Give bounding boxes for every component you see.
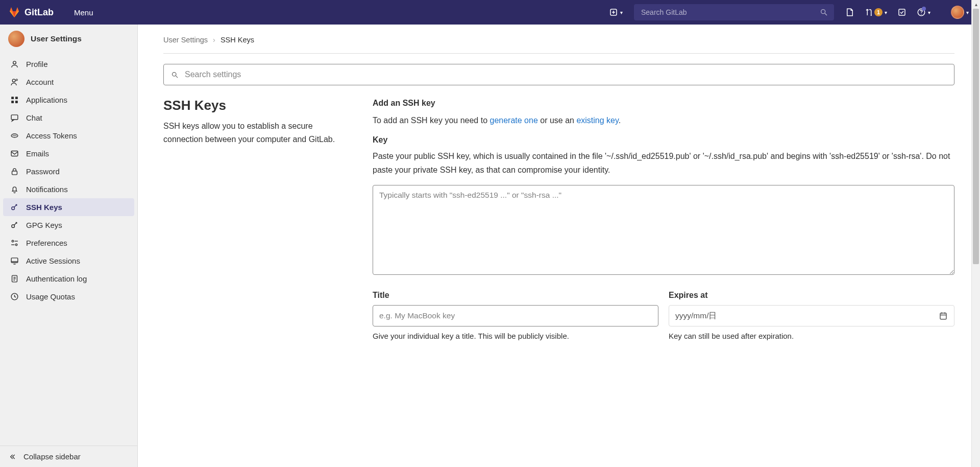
lock-icon [10,167,19,176]
mr-badge: 1 [874,8,883,16]
monitor-icon [10,256,19,265]
chevron-down-icon: ▾ [928,10,930,15]
page-subtitle: SSH keys allow you to establish a secure… [163,120,352,146]
breadcrumb: User Settings › SSH Keys [163,35,954,54]
intro-text: To add an SSH key you need to [373,116,489,125]
expires-input[interactable]: yyyy/mm/日 [669,305,954,326]
intro-text: . [619,116,621,125]
sidebar-item-label: Notifications [26,185,68,194]
user-avatar-icon [8,31,24,47]
key-icon [10,203,19,212]
sidebar-item-notifications[interactable]: Notifications [3,180,134,198]
sidebar-item-active-sessions[interactable]: Active Sessions [3,252,134,270]
applications-icon [10,96,19,104]
sidebar-item-label: SSH Keys [26,203,62,212]
sidebar-item-preferences[interactable]: Preferences [3,234,134,252]
expires-help-text: Key can still be used after expiration. [669,331,954,342]
breadcrumb-item-ssh-keys[interactable]: SSH Keys [220,36,254,44]
user-menu-button[interactable]: ▾ [948,3,972,22]
sidebar-item-ssh-keys[interactable]: SSH Keys [3,198,134,216]
calendar-icon [939,311,948,320]
sidebar-item-label: Access Tokens [26,131,77,140]
sidebar-item-label: Emails [26,149,49,158]
sidebar-item-label: GPG Keys [26,221,62,229]
sidebar-item-label: Active Sessions [26,256,80,265]
preferences-icon [10,239,19,247]
bell-icon [10,185,19,194]
sidebar: User Settings Profile Account Applicatio… [0,25,138,467]
account-icon [10,78,19,86]
gitlab-logo[interactable]: GitLab [8,6,54,18]
sidebar-item-password[interactable]: Password [3,162,134,180]
sidebar-item-authentication-log[interactable]: Authentication log [3,270,134,288]
sidebar-context-title: User Settings [31,34,82,43]
token-icon [10,131,19,140]
sidebar-item-gpg-keys[interactable]: GPG Keys [3,216,134,234]
scrollbar[interactable]: ▴ [971,0,980,467]
log-icon [10,274,19,283]
intro-text: or use an [538,116,577,125]
sidebar-item-label: Password [26,167,60,176]
search-input[interactable] [640,8,820,17]
search-icon [171,71,179,79]
search-settings[interactable] [163,64,954,85]
plus-icon [609,8,618,17]
key-textarea[interactable] [373,185,954,275]
merge-requests-button[interactable]: 1 ▾ [862,5,890,20]
title-label: Title [373,291,658,300]
help-button[interactable]: ▾ [914,5,934,20]
key-icon [10,221,19,229]
sidebar-item-label: Preferences [26,239,67,247]
expires-placeholder: yyyy/mm/日 [675,311,717,321]
sidebar-item-account[interactable]: Account [3,73,134,91]
sidebar-item-label: Applications [26,96,67,104]
collapse-icon [8,453,16,461]
profile-icon [10,60,19,68]
chevron-down-icon: ▾ [966,10,969,15]
issues-icon [845,8,854,17]
todo-icon [897,8,906,17]
sidebar-context[interactable]: User Settings [0,25,137,53]
sidebar-item-label: Authentication log [26,274,87,283]
top-header: GitLab Menu ▾ 1 ▾ ▾ ▾ [0,0,980,25]
breadcrumb-item-user-settings[interactable]: User Settings [163,36,208,44]
global-search[interactable] [634,4,834,20]
search-settings-input[interactable] [184,69,947,80]
collapse-sidebar-button[interactable]: Collapse sidebar [0,446,137,467]
user-avatar-icon [951,6,964,19]
menu-label: Menu [74,8,93,17]
sidebar-item-usage-quotas[interactable]: Usage Quotas [3,288,134,306]
title-input[interactable] [373,305,658,326]
expires-label: Expires at [669,291,954,300]
key-help-text: Paste your public SSH key, which is usua… [373,150,954,177]
generate-one-link[interactable]: generate one [489,116,537,125]
todos-button[interactable] [894,5,910,20]
chat-icon [10,113,19,122]
key-label: Key [373,135,954,145]
merge-request-icon [865,8,874,17]
collapse-label: Collapse sidebar [23,452,81,461]
chevron-down-icon: ▾ [885,10,887,15]
create-new-button[interactable]: ▾ [606,5,626,20]
search-icon [820,8,828,16]
sidebar-item-applications[interactable]: Applications [3,91,134,109]
add-ssh-key-heading: Add an SSH key [373,99,954,108]
menu-button[interactable]: Menu [66,5,99,20]
mail-icon [10,149,19,158]
sidebar-item-label: Profile [26,60,48,68]
issues-button[interactable] [842,5,857,20]
sidebar-item-access-tokens[interactable]: Access Tokens [3,127,134,145]
scroll-up-arrow-icon[interactable]: ▴ [972,0,980,9]
sidebar-item-chat[interactable]: Chat [3,109,134,127]
scrollbar-thumb[interactable] [973,9,979,264]
main-content: User Settings › SSH Keys SSH Keys SSH ke… [138,25,980,467]
add-ssh-key-intro: To add an SSH key you need to generate o… [373,114,954,127]
existing-key-link[interactable]: existing key [576,116,618,125]
sidebar-item-emails[interactable]: Emails [3,145,134,162]
title-help-text: Give your individual key a title. This w… [373,331,658,342]
notification-dot-icon [922,7,926,11]
brand-text: GitLab [24,7,54,18]
sidebar-item-profile[interactable]: Profile [3,55,134,73]
page-title: SSH Keys [163,98,352,113]
sidebar-item-label: Account [26,78,54,86]
